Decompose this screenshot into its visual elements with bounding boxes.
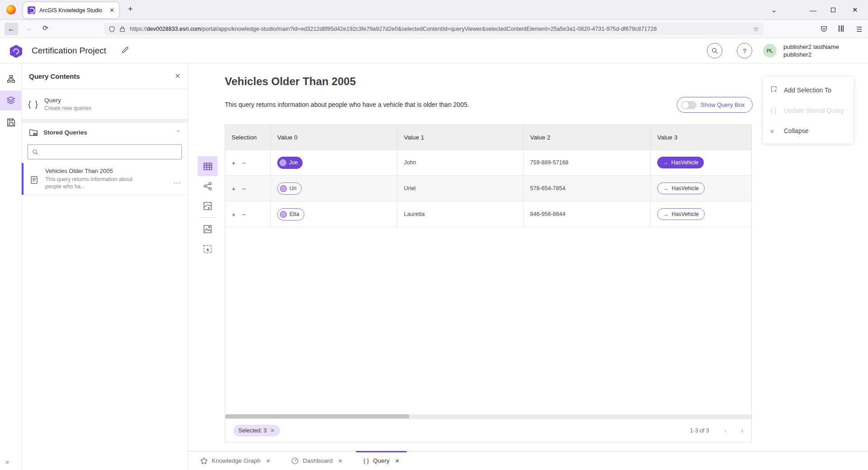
shield-icon[interactable] — [109, 26, 115, 33]
add-selection-button[interactable]: + — [232, 211, 236, 218]
horizontal-scrollbar[interactable] — [225, 414, 751, 418]
scrollbar-thumb[interactable] — [225, 414, 409, 418]
add-to-map-icon[interactable] — [198, 219, 218, 239]
list-tabs-icon[interactable]: ⌄ — [771, 0, 777, 20]
browser-tab[interactable]: ArcGIS Knowledge Studio ✕ — [23, 2, 119, 18]
context-menu: Add Selection To { } Update Stored Query… — [763, 77, 854, 144]
question-icon: ? — [743, 47, 746, 55]
cell-value1: John — [398, 150, 524, 175]
show-query-box-toggle[interactable]: Show Query Box — [677, 97, 753, 113]
tab-knowledge-graph[interactable]: Knowledge Graph ✕ — [193, 451, 278, 470]
search-button[interactable] — [707, 43, 722, 58]
clear-selection-icon[interactable]: ✕ — [270, 427, 275, 434]
arrow-right-icon: → — [663, 159, 668, 166]
entity-dot-icon — [280, 185, 287, 192]
stored-query-title: Vehicles Older Than 2005 — [45, 168, 173, 174]
link-chart-icon[interactable] — [198, 176, 218, 196]
item-options-icon[interactable]: ··· — [173, 168, 181, 190]
table-row: +− Joe John 759-889-57168 →HasVehicle — [225, 150, 751, 176]
square-plus-icon — [770, 86, 784, 94]
arcgis-favicon-icon — [28, 6, 35, 14]
next-page-icon[interactable]: › — [741, 427, 743, 434]
expand-rail-icon[interactable]: » — [5, 458, 9, 465]
tab-close-icon[interactable]: ✕ — [266, 458, 270, 464]
query-contents-panel: Query Contents ✕ { } Query Create new qu… — [22, 63, 188, 470]
tab-close-icon[interactable]: ✕ — [395, 458, 399, 464]
stored-query-search[interactable] — [28, 144, 182, 159]
project-hierarchy-icon[interactable] — [0, 69, 22, 89]
help-button[interactable]: ? — [737, 43, 752, 58]
edit-title-icon[interactable] — [121, 46, 129, 56]
left-rail: » — [0, 63, 22, 470]
entity-pill[interactable]: Joe — [277, 157, 303, 169]
entity-pill[interactable]: Uri — [277, 182, 302, 195]
add-selection-button[interactable]: + — [232, 185, 236, 192]
entity-pill[interactable]: Etta — [277, 208, 304, 221]
stored-query-item[interactable]: Vehicles Older Than 2005 This query retu… — [22, 163, 188, 195]
contents-layers-icon[interactable] — [0, 91, 22, 110]
search-input[interactable] — [42, 149, 177, 155]
stored-query-doc-icon — [30, 176, 38, 184]
user-name: publisher2 lastName publisher2 — [783, 43, 839, 58]
browser-tab-strip: ArcGIS Knowledge Studio ✕ + ⌄ — ✕ — [0, 0, 868, 20]
col-header-value3: Value 3 — [651, 125, 751, 149]
add-selection-button[interactable]: + — [232, 159, 236, 167]
table-view-icon[interactable] — [198, 156, 218, 176]
page-description: This query returns information about peo… — [225, 101, 469, 108]
page-title: Vehicles Older Than 2005 — [225, 75, 356, 88]
tab-close-icon[interactable]: ✕ — [338, 458, 342, 464]
remove-selection-button[interactable]: − — [242, 185, 246, 192]
window-close-button[interactable]: ✕ — [852, 0, 858, 20]
firefox-logo-icon[interactable] — [6, 5, 16, 14]
lock-icon — [119, 26, 125, 32]
menu-item-collapse[interactable]: » Collapse — [763, 120, 854, 141]
chevron-up-icon[interactable]: ⌃ — [176, 129, 180, 134]
menu-item-add-selection-to[interactable]: Add Selection To — [763, 80, 854, 100]
pocket-icon[interactable] — [821, 25, 827, 34]
pagination-count: 1-3 of 3 — [690, 427, 709, 434]
arrow-right-icon: → — [663, 185, 669, 192]
panel-close-icon[interactable]: ✕ — [175, 72, 180, 80]
selection-tool-icon[interactable] — [198, 239, 218, 259]
remove-selection-button[interactable]: − — [242, 159, 246, 167]
relationship-pill[interactable]: →HasVehicle — [657, 182, 705, 194]
avatar[interactable]: PL — [763, 44, 777, 58]
save-icon[interactable] — [0, 112, 22, 132]
view-tab-bar: Knowledge Graph ✕ Dashboard ✕ { } Query … — [188, 451, 868, 470]
stored-queries-header[interactable]: Stored Queries ⌃ — [22, 123, 188, 142]
col-header-value0: Value 0 — [271, 125, 398, 149]
cell-value1: Lauretta — [398, 201, 524, 227]
tab-close-icon[interactable]: ✕ — [109, 7, 114, 14]
library-icon[interactable] — [839, 25, 845, 34]
braces-icon: { } — [363, 457, 369, 464]
selected-count-chip[interactable]: Selected: 3✕ — [233, 425, 280, 436]
window-minimize-button[interactable]: — — [810, 0, 816, 20]
browser-tab-title: ArcGIS Knowledge Studio — [39, 7, 106, 14]
toolbar-divider — [199, 217, 216, 218]
map-view-icon[interactable] — [198, 196, 218, 216]
window-maximize-button[interactable] — [831, 0, 835, 20]
new-tab-button[interactable]: + — [128, 5, 133, 14]
menu-item-update-stored-query[interactable]: { } Update Stored Query — [763, 100, 854, 120]
query-create-item[interactable]: { } Query Create new queries — [22, 89, 188, 119]
relationship-pill[interactable]: →HasVehicle — [657, 208, 705, 220]
view-toolbar — [198, 156, 218, 259]
toggle-track[interactable] — [681, 101, 697, 109]
prev-page-icon[interactable]: ‹ — [725, 427, 727, 434]
tab-dashboard[interactable]: Dashboard ✕ — [284, 451, 350, 470]
query-item-subtitle: Create new queries — [44, 105, 91, 111]
col-header-selection: Selection — [225, 125, 271, 149]
forward-button[interactable]: → — [25, 24, 32, 33]
graph-icon — [200, 457, 208, 465]
cell-value2: 578-654-7854 — [524, 176, 651, 201]
menu-hamburger-icon[interactable]: ☰ — [856, 25, 862, 34]
url-text: https://dev0028833.esri.com/portal/apps/… — [130, 26, 749, 32]
project-title: Certification Project — [32, 43, 106, 58]
relationship-pill[interactable]: →HasVehicle — [657, 157, 704, 168]
reload-button[interactable]: ⟳ — [43, 24, 48, 32]
url-bar[interactable]: https://dev0028833.esri.com/portal/apps/… — [104, 23, 764, 35]
tab-query[interactable]: { } Query ✕ — [356, 451, 407, 470]
remove-selection-button[interactable]: − — [242, 211, 246, 218]
back-button[interactable]: ← — [5, 23, 18, 35]
bookmark-star-icon[interactable]: ☆ — [753, 25, 759, 33]
